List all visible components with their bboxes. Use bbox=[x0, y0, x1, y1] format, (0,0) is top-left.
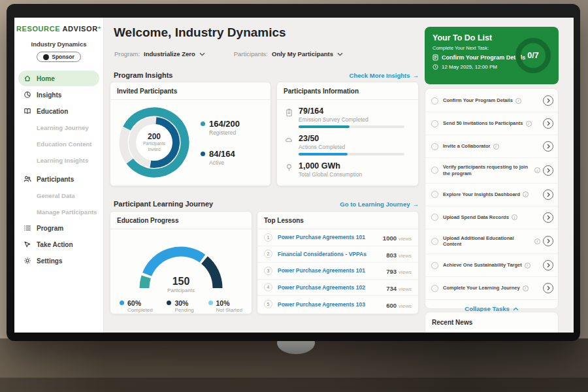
participants-information-card: Participants Information 79/164 Emission… bbox=[276, 82, 419, 186]
task-label: Invite a Collaborator bbox=[443, 143, 491, 150]
sidebar-item-settings[interactable]: Settings bbox=[18, 253, 99, 269]
sidebar-item-general-data[interactable]: General Data bbox=[18, 188, 99, 203]
task-label: Confirm Your Program Details bbox=[443, 97, 513, 104]
task-go-button[interactable] bbox=[543, 141, 553, 152]
task-checkbox[interactable] bbox=[431, 143, 438, 150]
lesson-rank: 1 bbox=[264, 233, 272, 242]
invited-participants-body: 200 Participants Invited 164/200 Registe… bbox=[110, 100, 270, 185]
sidebar-item-label: Education bbox=[37, 108, 68, 115]
arrow-right-icon: → bbox=[413, 201, 419, 208]
program-filter-label: Program: bbox=[114, 50, 140, 57]
completed-label: Completed bbox=[127, 307, 153, 313]
program-filter-value: Industrialize Zero bbox=[144, 50, 195, 57]
task-checkbox[interactable] bbox=[431, 97, 438, 105]
sidebar-item-learning-journey[interactable]: Learning Journey bbox=[18, 120, 99, 135]
info-icon[interactable]: i bbox=[523, 286, 529, 291]
lesson-rank: 5 bbox=[264, 300, 272, 308]
task-row: Verify participants requesting to join t… bbox=[425, 158, 558, 184]
not-started-label: Not Started bbox=[216, 307, 242, 313]
task-go-button[interactable] bbox=[543, 118, 553, 129]
card-title: Education Progress bbox=[110, 212, 252, 229]
sidebar-item-education-content[interactable]: Education Content bbox=[18, 136, 99, 152]
sidebar-item-label: Settings bbox=[37, 257, 62, 265]
task-checkbox[interactable] bbox=[431, 120, 438, 127]
task-checkbox[interactable] bbox=[431, 238, 438, 245]
emission-survey-progressbar bbox=[299, 125, 404, 128]
task-checkbox[interactable] bbox=[431, 262, 438, 269]
lesson-link[interactable]: Power Purchase Agreements 102 bbox=[278, 284, 381, 291]
chevron-right-icon bbox=[547, 144, 550, 149]
go-to-learning-journey-link[interactable]: Go to Learning Journey → bbox=[340, 201, 419, 208]
task-checkbox[interactable] bbox=[431, 191, 438, 198]
chevron-down-icon bbox=[199, 52, 205, 56]
collapse-tasks-link[interactable]: Collapse Tasks bbox=[425, 300, 558, 312]
task-checkbox[interactable] bbox=[431, 214, 438, 221]
logo-plus: + bbox=[98, 25, 101, 31]
lesson-row: 1 Power Purchase Agreements 101 1000view… bbox=[257, 229, 418, 246]
dashboard-screen: RESOURCE ADVISOR+ Industry Dynamics Spon… bbox=[14, 18, 574, 333]
task-go-button[interactable] bbox=[543, 283, 553, 293]
page-title: Welcome, Industry Dynamics bbox=[114, 25, 286, 40]
task-go-button[interactable] bbox=[543, 212, 553, 223]
info-icon[interactable]: i bbox=[512, 214, 517, 220]
task-go-button[interactable] bbox=[543, 189, 553, 200]
lesson-link[interactable]: Power Purchase Agreements 101 bbox=[278, 267, 381, 274]
task-label: Send 50 Invitations to Participants bbox=[443, 120, 523, 127]
app-logo: RESOURCE ADVISOR+ bbox=[14, 25, 103, 33]
pending-pct: 30% bbox=[174, 299, 193, 307]
program-filter-dropdown[interactable]: Program: Industrialize Zero bbox=[114, 50, 205, 57]
info-icon[interactable]: i bbox=[515, 98, 521, 104]
learning-journey-header: Participant Learning Journey Go to Learn… bbox=[114, 200, 419, 208]
chevron-right-icon bbox=[547, 286, 550, 291]
link-label: Check More Insights bbox=[350, 72, 410, 79]
info-icon[interactable]: i bbox=[534, 167, 540, 173]
info-icon[interactable]: i bbox=[534, 238, 540, 244]
sponsor-badge[interactable]: Sponsor bbox=[37, 52, 80, 62]
sidebar-item-insights[interactable]: Insights bbox=[18, 87, 99, 103]
logo-primary: RESOURCE bbox=[16, 25, 60, 33]
actions-completed-label: Actions Completed bbox=[299, 144, 404, 150]
todo-task-list-card: Confirm Your Program Details i Send 50 I… bbox=[425, 88, 559, 309]
chevron-right-icon bbox=[547, 98, 550, 103]
info-icon[interactable]: i bbox=[493, 144, 499, 150]
sidebar-item-manage-participants[interactable]: Manage Participants bbox=[18, 204, 99, 220]
info-icon[interactable]: i bbox=[526, 121, 532, 127]
participants-filter-value: Only My Participants bbox=[272, 50, 333, 57]
lesson-views: 734 bbox=[386, 285, 397, 292]
task-go-button[interactable] bbox=[543, 165, 553, 176]
task-go-button[interactable] bbox=[543, 236, 553, 246]
lesson-views: 600 bbox=[386, 302, 397, 309]
task-go-button[interactable] bbox=[543, 95, 553, 106]
sidebar-item-label: Insights bbox=[37, 91, 61, 99]
info-icon[interactable]: i bbox=[525, 263, 531, 269]
sidebar-item-label: Take Action bbox=[37, 241, 73, 248]
card-title: Top Lessons bbox=[257, 212, 418, 229]
lesson-rank: 3 bbox=[264, 267, 272, 275]
task-row: Explore Your Insights Dashboard i bbox=[425, 184, 558, 206]
todo-summary-card: Your To Do List Complete Your Next Task:… bbox=[425, 27, 559, 84]
sidebar-item-learning-insights[interactable]: Learning Insights bbox=[18, 152, 99, 168]
task-go-button[interactable] bbox=[543, 260, 553, 270]
sidebar-item-label: Participants bbox=[37, 176, 74, 183]
lesson-link[interactable]: Power Purchase Agreements 103 bbox=[278, 301, 381, 308]
participants-filter-dropdown[interactable]: Participants: Only My Participants bbox=[234, 50, 343, 57]
sponsor-badge-icon bbox=[43, 54, 49, 60]
check-more-insights-link[interactable]: Check More Insights → bbox=[350, 72, 419, 79]
task-label: Upload Additional Educational Content bbox=[443, 235, 532, 248]
task-row: Complete Your Learning Journey i bbox=[425, 277, 558, 300]
survey-icon bbox=[285, 108, 293, 117]
lesson-views: 803 bbox=[386, 252, 397, 259]
education-gauge-chart: 150 Participants bbox=[125, 235, 237, 293]
lesson-link[interactable]: Financial Considerations - VPPAs bbox=[278, 251, 381, 257]
info-icon[interactable]: i bbox=[523, 191, 529, 197]
lesson-link[interactable]: Power Purchase Agreements 101 bbox=[278, 234, 378, 240]
sidebar-item-education[interactable]: Education bbox=[18, 103, 99, 119]
sidebar-item-home[interactable]: Home bbox=[18, 71, 99, 86]
sidebar-item-take-action[interactable]: Take Action bbox=[18, 237, 99, 252]
sidebar-item-program[interactable]: Program bbox=[18, 220, 99, 236]
not-started-pct: 10% bbox=[216, 299, 242, 307]
task-checkbox[interactable] bbox=[431, 285, 438, 292]
sidebar-item-participants[interactable]: Participants bbox=[18, 171, 99, 187]
task-checkbox[interactable] bbox=[431, 167, 438, 174]
stat-actions-completed: 23/50 Actions Completed bbox=[285, 134, 410, 155]
